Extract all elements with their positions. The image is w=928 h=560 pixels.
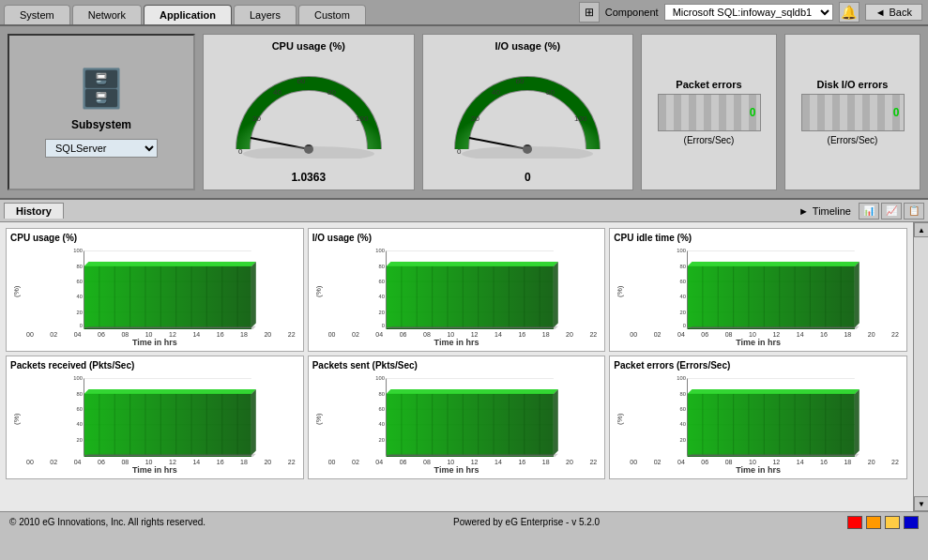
- info-icon[interactable]: 🔔: [839, 2, 860, 23]
- chart-cpu-ylabel: (%): [10, 245, 23, 338]
- svg-text:20: 20: [378, 310, 384, 315]
- history-tab[interactable]: History: [4, 203, 64, 219]
- chart-cpu-xticks: 000204060810121416182022: [23, 331, 299, 338]
- footer-color-btn-yellow[interactable]: [885, 516, 900, 529]
- view-btn-1[interactable]: 📊: [859, 203, 879, 219]
- disk-io-errors-unit: (Errors/Sec): [828, 135, 878, 145]
- chart-cpu-xlabel: Time in hrs: [10, 338, 299, 347]
- timeline-button[interactable]: ► Timeline: [799, 205, 851, 217]
- chart-err-xlabel: Time in hrs: [614, 465, 903, 475]
- svg-point-8: [243, 146, 374, 159]
- back-button[interactable]: ◄ Back: [865, 4, 922, 21]
- chart-cpu-usage: CPU usage (%) (%) 100 80 60 40 2: [6, 228, 304, 352]
- subsystem-select[interactable]: SQLServer: [45, 139, 158, 158]
- subsystem-icon: 🗄️: [78, 67, 125, 111]
- packet-errors-value: 0: [750, 106, 756, 119]
- cpu-gauge-container: CPU usage (%) 0 60 40 80 20: [203, 34, 415, 190]
- svg-text:80: 80: [546, 88, 555, 97]
- grid-icon: ⊞: [579, 2, 600, 23]
- svg-text:40: 40: [680, 294, 686, 299]
- tab-network[interactable]: Network: [72, 5, 142, 24]
- footer-powered-by: Powered by eG Enterprise - v 5.2.0: [453, 517, 600, 527]
- chart-err-ylabel: (%): [614, 372, 626, 465]
- svg-text:20: 20: [378, 437, 384, 443]
- svg-text:100: 100: [375, 375, 385, 381]
- cpu-gauge-value: 1.0363: [291, 171, 326, 184]
- svg-marker-183: [688, 389, 860, 394]
- chart-cpu-idle: CPU idle time (%) (%) 100 80 60 40 20: [609, 228, 907, 352]
- svg-text:80: 80: [76, 391, 82, 397]
- chart-sent-ylabel: (%): [312, 372, 325, 465]
- svg-marker-184: [855, 389, 860, 455]
- svg-text:40: 40: [378, 294, 384, 299]
- svg-text:60: 60: [378, 279, 384, 284]
- footer-color-btn-orange[interactable]: [866, 516, 881, 529]
- scroll-track[interactable]: [914, 237, 928, 496]
- svg-text:40: 40: [680, 421, 686, 427]
- disk-io-errors-box: Disk I/O errors 0 (Errors/Sec): [784, 34, 920, 190]
- packet-errors-title: Packet errors: [676, 79, 741, 90]
- chart-io-xlabel: Time in hrs: [312, 338, 601, 347]
- svg-marker-71: [554, 262, 558, 327]
- chart-sent-svg: 100 80 60 40 20: [325, 372, 601, 457]
- svg-text:100: 100: [375, 248, 385, 253]
- tab-application[interactable]: Application: [144, 5, 232, 24]
- chart-pkts-sent: Packets sent (Pkts/Sec) (%) 100 80 60 40…: [308, 356, 606, 479]
- chart-sent-xlabel: Time in hrs: [312, 465, 601, 475]
- footer-color-buttons: [847, 516, 919, 529]
- chart-idle-title: CPU idle time (%): [614, 233, 903, 243]
- view-btn-2[interactable]: 📈: [881, 203, 902, 219]
- view-btn-3[interactable]: 📋: [904, 203, 924, 219]
- chart-recv-title: Packets received (Pkts/Sec): [10, 360, 299, 371]
- svg-marker-70: [386, 262, 557, 266]
- subsystem-box: 🗄️ Subsystem SQLServer: [8, 34, 195, 190]
- tab-layers[interactable]: Layers: [234, 5, 297, 24]
- svg-text:0: 0: [381, 323, 384, 328]
- charts-scroll-content: CPU usage (%) (%) 100 80 60 40 2: [0, 222, 913, 511]
- footer-color-btn-red[interactable]: [847, 516, 862, 529]
- chart-io-title: I/O usage (%): [312, 233, 601, 243]
- svg-text:60: 60: [76, 406, 82, 412]
- svg-text:60: 60: [680, 406, 686, 412]
- io-gauge-value: 0: [525, 171, 531, 184]
- chart-idle-inner: 100 80 60 40 20 0: [626, 245, 903, 338]
- svg-text:60: 60: [680, 279, 686, 284]
- chart-idle-xlabel: Time in hrs: [614, 338, 903, 347]
- svg-rect-88: [688, 266, 855, 327]
- timeline-arrow-icon: ►: [799, 205, 809, 217]
- footer: © 2010 eG Innovations, Inc. All rights r…: [0, 511, 928, 532]
- chart-sent-xticks: 000204060810121416182022: [325, 459, 601, 465]
- chart-idle-area: (%) 100 80 60 40 20 0: [614, 245, 903, 338]
- svg-text:100: 100: [677, 248, 687, 253]
- chart-recv-ylabel: (%): [10, 372, 23, 465]
- io-gauge-svg: 0 60 40 80 20 100: [452, 65, 602, 159]
- footer-color-btn-blue[interactable]: [904, 516, 919, 529]
- component-label: Component: [605, 7, 659, 18]
- svg-text:80: 80: [76, 264, 82, 269]
- chart-sent-inner: 100 80 60 40 20: [325, 372, 601, 465]
- svg-rect-144: [386, 394, 553, 455]
- history-section: History ► Timeline 📊 📈 📋 CPU usage (%): [0, 200, 928, 511]
- component-select[interactable]: Microsoft SQL:infoway_sqldb1: [664, 4, 833, 21]
- svg-text:20: 20: [76, 437, 82, 443]
- tab-custom[interactable]: Custom: [298, 5, 366, 24]
- svg-text:100: 100: [574, 114, 587, 123]
- svg-text:80: 80: [680, 391, 686, 397]
- svg-text:20: 20: [680, 310, 686, 315]
- svg-text:100: 100: [677, 375, 687, 381]
- chart-idle-xticks: 000204060810121416182022: [626, 331, 903, 338]
- chart-cpu-inner: 100 80 60 40 20 0: [23, 245, 299, 338]
- svg-text:80: 80: [378, 264, 384, 269]
- svg-rect-30: [84, 266, 251, 327]
- scroll-up-button[interactable]: ▲: [914, 222, 928, 237]
- footer-copyright: © 2010 eG Innovations, Inc. All rights r…: [9, 517, 205, 527]
- history-tabs-bar: History ► Timeline 📊 📈 📋: [0, 200, 928, 222]
- svg-point-17: [462, 146, 593, 159]
- svg-marker-155: [386, 389, 557, 394]
- chart-io-svg: 100 80 60 40 20 0: [325, 245, 601, 329]
- svg-text:60: 60: [516, 77, 525, 85]
- svg-marker-127: [84, 389, 256, 394]
- tab-system[interactable]: System: [4, 5, 70, 24]
- scroll-down-button[interactable]: ▼: [914, 496, 928, 511]
- back-arrow-icon: ◄: [875, 7, 886, 18]
